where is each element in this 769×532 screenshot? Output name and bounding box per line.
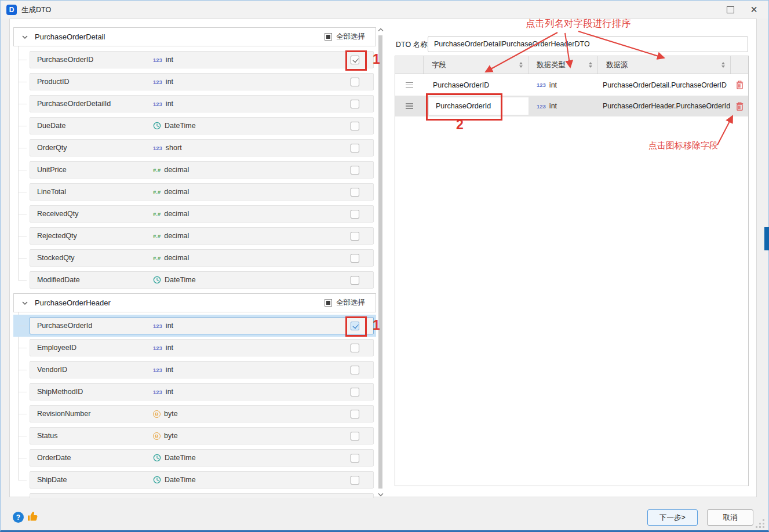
field-name: UnitPrice [37, 166, 153, 174]
field-row-duedate[interactable]: DueDateDateTime [30, 117, 374, 134]
field-type: #.#decimal [153, 254, 189, 262]
field-checkbox[interactable] [351, 476, 359, 484]
select-all-label: 全部选择 [336, 298, 365, 308]
indeterminate-checkbox-icon[interactable] [325, 33, 332, 41]
table-group: PurchaseOrderDetail全部选择PurchaseOrderID12… [13, 27, 376, 289]
field-row-revisionnumber[interactable]: RevisionNumberBbyte [30, 405, 374, 422]
field-row-modifieddate[interactable]: ModifiedDateDateTime [30, 271, 374, 289]
dto-source-cell: PurchaseOrderDetail.PurchaseOrderID [598, 81, 731, 89]
field-checkbox[interactable] [351, 100, 359, 108]
field-column-header[interactable]: 字段 [424, 56, 529, 74]
dto-name-input[interactable] [428, 36, 748, 52]
datatype-column-header[interactable]: 数据类型 [529, 56, 598, 74]
datasource-column-header[interactable]: 数据源 [598, 56, 731, 74]
field-checkbox[interactable] [351, 388, 359, 396]
chevron-down-icon[interactable] [22, 301, 28, 305]
field-checkbox[interactable] [351, 210, 359, 218]
field-checkbox[interactable] [351, 322, 359, 330]
scroll-down-icon[interactable] [377, 493, 384, 497]
dto-field-name: PurchaseOrderID [433, 81, 489, 89]
field-checkbox[interactable] [351, 254, 359, 263]
field-row-shipmethodid[interactable]: ShipMethodID123int [30, 383, 374, 400]
delete-field-button[interactable] [731, 81, 748, 89]
field-row-receivedqty[interactable]: ReceivedQty#.#decimal [30, 205, 374, 223]
datetime-icon [153, 454, 161, 462]
field-name: ModifiedDate [37, 276, 153, 284]
next-step-button[interactable]: 下一步> [647, 509, 698, 526]
field-row-orderdate[interactable]: OrderDateDateTime [30, 449, 374, 467]
field-row-unitprice[interactable]: UnitPrice#.#decimal [30, 161, 374, 178]
field-checkbox[interactable] [351, 232, 359, 241]
dto-field-cell: PurchaseOrderID [424, 81, 529, 89]
dialog-content: PurchaseOrderDetail全部选择PurchaseOrderID12… [9, 19, 757, 497]
help-icon[interactable]: ? [13, 512, 24, 523]
field-checkbox[interactable] [351, 56, 359, 64]
dto-type-label: int [549, 81, 557, 89]
field-row-employeeid[interactable]: EmployeeID123int [30, 339, 374, 356]
chevron-down-icon[interactable] [22, 35, 28, 39]
resize-grip[interactable] [756, 526, 757, 528]
field-type-label: byte [164, 432, 178, 440]
field-row-shipdate[interactable]: ShipDateDateTime [30, 471, 374, 489]
field-row-purchaseorderdetailid[interactable]: PurchaseOrderDetailId123int [30, 95, 374, 112]
select-all-checkbox[interactable]: 全部选择 [325, 32, 365, 42]
dto-field-name-input[interactable] [429, 97, 529, 115]
group-header-purchaseorderdetail[interactable]: PurchaseOrderDetail全部选择 [13, 27, 376, 46]
maximize-button[interactable] [724, 5, 736, 15]
field-name: DueDate [37, 122, 153, 130]
field-row-status[interactable]: StatusBbyte [30, 427, 374, 444]
field-list-scrollbar[interactable] [377, 28, 384, 497]
drag-handle-icon[interactable] [406, 82, 413, 88]
field-checkbox[interactable] [351, 366, 359, 374]
field-checkbox[interactable] [351, 122, 359, 130]
field-row-purchaseorderid[interactable]: PurchaseOrderId123int [30, 317, 374, 334]
field-row-vendorid[interactable]: VendorID123int [30, 361, 374, 378]
field-column-label: 字段 [432, 60, 446, 70]
field-checkbox[interactable] [351, 410, 359, 418]
byte-icon: B [153, 410, 161, 418]
select-all-checkbox[interactable]: 全部选择 [325, 298, 365, 308]
drag-handle[interactable] [395, 103, 424, 109]
close-button[interactable]: × [747, 2, 761, 16]
field-name: PurchaseOrderID [37, 56, 153, 64]
sort-icon[interactable] [721, 62, 725, 68]
field-checkbox[interactable] [351, 432, 359, 440]
field-row-stockedqty[interactable]: StockedQty#.#decimal [30, 249, 374, 267]
number-icon: 123 [153, 345, 162, 351]
scroll-up-icon[interactable] [377, 28, 384, 32]
field-checkbox[interactable] [351, 276, 359, 285]
thumbs-up-icon[interactable] [27, 510, 39, 525]
field-checkbox[interactable] [351, 454, 359, 462]
maximize-icon [727, 6, 734, 13]
dto-field-table: 字段 数据类型 数据源 PurchaseOrderID123intPurchas… [395, 56, 749, 486]
field-type: DateTime [153, 476, 196, 484]
drag-handle-icon[interactable] [406, 103, 413, 109]
field-row-clipped[interactable] [30, 493, 374, 498]
field-type: 123short [153, 144, 182, 152]
sort-icon[interactable] [519, 62, 523, 68]
field-checkbox[interactable] [351, 166, 359, 174]
field-type-label: decimal [164, 210, 189, 218]
field-checkbox[interactable] [351, 188, 359, 196]
indeterminate-checkbox-icon[interactable] [325, 299, 332, 307]
dto-type-cell: 123int [529, 81, 598, 89]
scrollbar-thumb[interactable] [378, 35, 382, 489]
field-type: 123int [153, 388, 173, 396]
field-checkbox[interactable] [351, 144, 359, 152]
group-header-purchaseorderheader[interactable]: PurchaseOrderHeader全部选择 [13, 293, 376, 312]
field-row-rejectedqty[interactable]: RejectedQty#.#decimal [30, 227, 374, 245]
field-row-purchaseorderid[interactable]: PurchaseOrderID123int [30, 51, 374, 68]
field-name: ProductID [37, 78, 153, 86]
field-checkbox[interactable] [351, 78, 359, 86]
sort-icon[interactable] [589, 62, 592, 68]
dto-source-cell: PurchaseOrderHeader.PurchaseOrderId [598, 102, 731, 110]
field-checkbox[interactable] [351, 344, 359, 352]
check-icon [352, 57, 358, 63]
field-row-productid[interactable]: ProductID123int [30, 73, 374, 90]
delete-field-button[interactable] [731, 102, 748, 111]
field-row-linetotal[interactable]: LineTotal#.#decimal [30, 183, 374, 201]
field-row-orderqty[interactable]: OrderQty123short [30, 139, 374, 156]
field-type-label: int [166, 388, 173, 396]
drag-handle[interactable] [395, 82, 424, 88]
cancel-button[interactable]: 取消 [707, 509, 753, 526]
